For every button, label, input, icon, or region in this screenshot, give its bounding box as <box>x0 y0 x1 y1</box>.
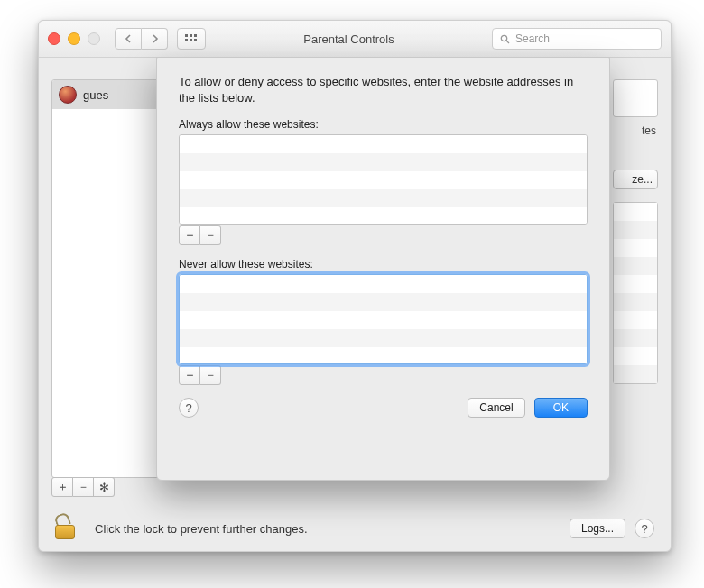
plus-icon: ＋ <box>57 479 69 495</box>
deny-list-label: Never allow these websites: <box>179 258 588 271</box>
logs-button[interactable]: Logs... <box>570 519 625 538</box>
deny-list-controls: ＋ － <box>179 365 588 385</box>
sheet-help-button[interactable]: ? <box>179 398 199 418</box>
ok-button[interactable]: OK <box>534 398 588 418</box>
minimize-window-button[interactable] <box>68 32 80 45</box>
help-icon: ? <box>641 522 647 536</box>
svg-rect-2 <box>194 34 197 37</box>
deny-add-button[interactable]: ＋ <box>179 365 200 385</box>
svg-rect-3 <box>185 39 188 41</box>
website-customize-sheet: To allow or deny access to specific webs… <box>156 57 610 481</box>
window-title: Parental Controls <box>215 32 483 46</box>
search-field[interactable]: Search <box>492 28 662 50</box>
help-icon: ? <box>185 401 191 415</box>
search-placeholder: Search <box>515 32 550 45</box>
close-window-button[interactable] <box>48 32 60 45</box>
help-button[interactable]: ? <box>635 519 654 538</box>
allow-list-controls: ＋ － <box>179 225 588 245</box>
svg-rect-5 <box>194 39 197 41</box>
svg-line-7 <box>506 41 509 43</box>
forward-button[interactable] <box>142 28 168 50</box>
allow-remove-button[interactable]: － <box>200 225 221 245</box>
add-user-button[interactable]: ＋ <box>51 477 73 497</box>
back-button[interactable] <box>115 28 142 50</box>
deny-remove-button[interactable]: － <box>200 365 221 385</box>
plus-icon: ＋ <box>184 367 196 383</box>
search-icon <box>500 34 510 44</box>
titlebar: Parental Controls Search <box>39 21 671 58</box>
cancel-button[interactable]: Cancel <box>468 398 524 418</box>
minus-icon: － <box>205 227 217 243</box>
sheet-intro-text: To allow or deny access to specific webs… <box>179 74 588 106</box>
lock-body-icon <box>55 525 75 539</box>
nav-segmented <box>115 28 168 50</box>
sheet-footer: ? Cancel OK <box>179 398 588 418</box>
minus-icon: － <box>205 367 217 383</box>
grid-icon <box>185 34 198 43</box>
allow-list[interactable] <box>179 134 588 225</box>
chevron-left-icon <box>125 34 133 43</box>
user-avatar-icon <box>59 86 77 104</box>
show-all-button[interactable] <box>177 28 206 50</box>
svg-rect-1 <box>190 34 192 37</box>
bottom-bar: Click the lock to prevent further change… <box>39 505 671 552</box>
svg-rect-0 <box>185 34 188 37</box>
peek-label: tes <box>613 124 658 137</box>
minus-icon: － <box>78 479 89 495</box>
user-row[interactable]: gues <box>52 80 159 109</box>
allow-list-label: Always allow these websites: <box>179 118 588 131</box>
allow-add-button[interactable]: ＋ <box>179 225 200 245</box>
sidebar-footer: ＋ － ✻ <box>51 477 115 497</box>
user-name-label: gues <box>83 88 108 102</box>
window-controls <box>48 32 100 45</box>
zoom-window-button <box>88 32 100 45</box>
sidebar-actions-button[interactable]: ✻ <box>94 477 115 497</box>
chevron-right-icon <box>151 34 159 43</box>
plus-icon: ＋ <box>184 227 196 243</box>
lock-button[interactable] <box>55 518 73 539</box>
deny-list[interactable] <box>179 274 588 364</box>
remove-user-button[interactable]: － <box>73 477 94 497</box>
right-panel-peek: tes ze... <box>613 79 658 476</box>
svg-rect-4 <box>190 39 192 41</box>
users-sidebar: gues <box>51 79 160 478</box>
lock-help-text: Click the lock to prevent further change… <box>95 522 560 536</box>
gear-icon: ✻ <box>99 481 109 494</box>
customize-button[interactable]: ze... <box>613 170 658 189</box>
svg-point-6 <box>501 35 506 41</box>
